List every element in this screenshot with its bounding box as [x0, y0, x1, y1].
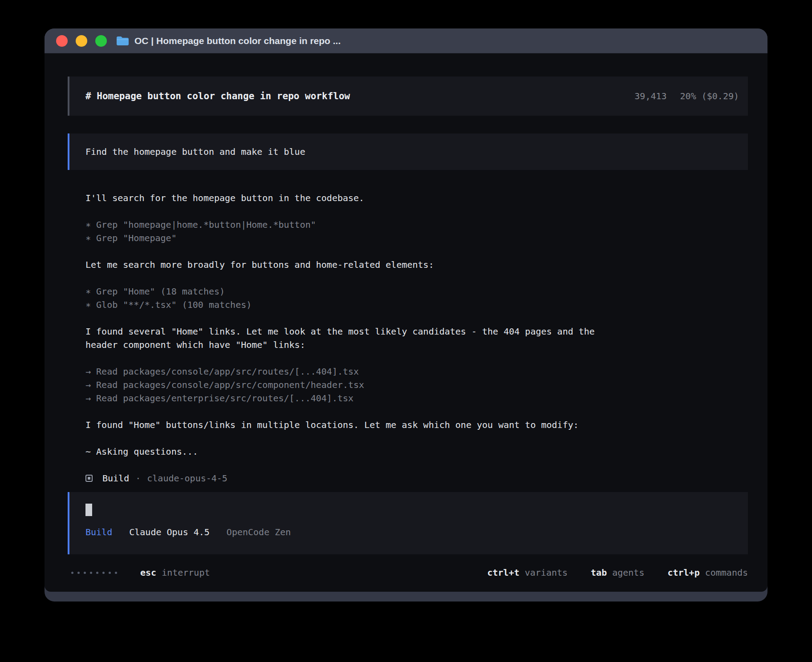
hint-key: ctrl+p: [667, 566, 699, 579]
assistant-text-line: header component which have "Home" links…: [85, 338, 748, 351]
token-count: 39,413: [634, 91, 666, 101]
traffic-lights: [56, 35, 107, 47]
session-stats: 39,413 20% ($0.29): [634, 91, 739, 101]
minimize-button[interactable]: [76, 35, 87, 47]
zoom-button[interactable]: [95, 35, 107, 47]
status-line: ~ Asking questions...: [85, 445, 748, 458]
assistant-text-line: I found several "Home" links. Let me loo…: [85, 325, 748, 338]
close-button[interactable]: [56, 35, 68, 47]
session-header: # Homepage button color change in repo w…: [68, 77, 748, 116]
tool-call-line: → Read packages/console/app/src/componen…: [85, 378, 748, 392]
esc-hint-label: interrupt: [162, 566, 210, 579]
tool-call-line: → Read packages/console/app/src/routes/[…: [85, 365, 748, 378]
hint-label: agents: [612, 566, 644, 579]
spinner-icon: [71, 572, 117, 574]
model-label: Claude Opus 4.5: [129, 527, 210, 537]
terminal-window: OC | Homepage button color change in rep…: [45, 28, 767, 601]
mode-label: Build: [85, 527, 112, 537]
assistant-text-line: Let me search more broadly for buttons a…: [85, 258, 748, 271]
prompt-input[interactable]: Build Claude Opus 4.5 OpenCode Zen: [68, 492, 748, 554]
hint-label: variants: [525, 566, 568, 579]
tool-call-line: ∗ Grep "Home" (18 matches): [85, 285, 748, 298]
agent-name: Build: [102, 472, 129, 485]
provider-label: OpenCode Zen: [227, 527, 291, 537]
window-title: OC | Homepage button color change in rep…: [134, 36, 341, 46]
text-cursor: [85, 504, 92, 516]
tool-call-line: → Read packages/enterprise/src/routes/[.…: [85, 392, 748, 405]
context-usage: 20% ($0.29): [680, 91, 739, 101]
session-title: # Homepage button color change in repo w…: [85, 91, 350, 101]
hint-key: tab: [591, 566, 607, 579]
assistant-text-line: I found "Home" buttons/links in multiple…: [85, 418, 748, 432]
terminal-content: # Homepage button color change in repo w…: [45, 53, 767, 592]
esc-key-label: esc: [140, 566, 156, 579]
agent-model: claude-opus-4-5: [147, 472, 227, 485]
agent-separator: ·: [135, 472, 141, 485]
tool-call-line: ∗ Grep "homepage|home.*button|Home.*butt…: [85, 218, 748, 231]
status-left: esc interrupt: [71, 566, 210, 579]
conversation: I'll search for the homepage button in t…: [68, 191, 748, 485]
hint-key: ctrl+t: [487, 566, 519, 579]
assistant-text-line: I'll search for the homepage button in t…: [85, 191, 748, 205]
folder-icon: [116, 36, 129, 46]
user-message-text: Find the homepage button and make it blu…: [85, 146, 305, 157]
tool-call-line: ∗ Grep "Homepage": [85, 231, 748, 245]
agent-icon: [85, 475, 93, 482]
agent-status-row: Build · claude-opus-4-5: [85, 472, 748, 485]
hint-label: commands: [705, 566, 748, 579]
status-bar: esc interrupt ctrl+t variants tab agents…: [68, 566, 748, 579]
hint-agents: tab agents: [591, 566, 644, 579]
status-right: ctrl+t variants tab agents ctrl+p comman…: [487, 566, 748, 579]
tool-call-line: ∗ Glob "**/*.tsx" (100 matches): [85, 298, 748, 311]
window-titlebar: OC | Homepage button color change in rep…: [45, 28, 767, 53]
hint-commands: ctrl+p commands: [667, 566, 748, 579]
hint-variants: ctrl+t variants: [487, 566, 568, 579]
user-message: Find the homepage button and make it blu…: [68, 133, 748, 170]
input-meta: Build Claude Opus 4.5 OpenCode Zen: [85, 527, 748, 537]
